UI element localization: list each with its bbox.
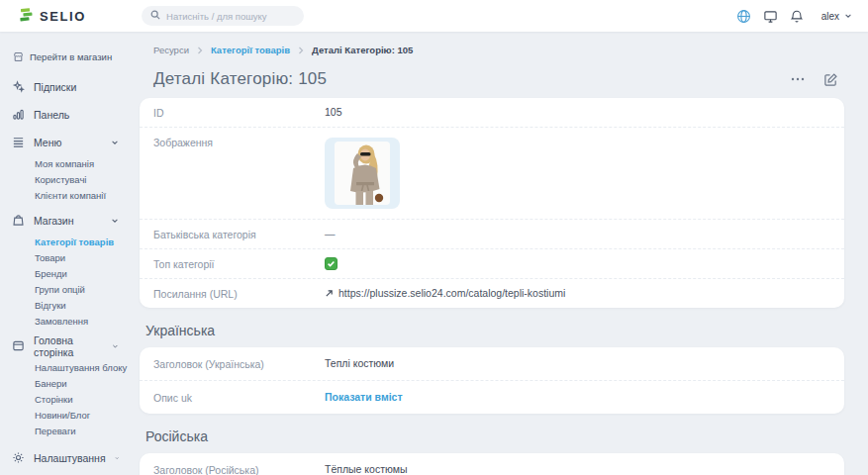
breadcrumb-current: Деталі Категорію: 105 <box>312 45 413 55</box>
page-title: Деталі Категорію: 105 <box>153 69 327 89</box>
sidebar-item-option-groups[interactable]: Групи опцій <box>0 281 129 297</box>
detail-row-top-category: Топ категорії <box>140 249 844 279</box>
chevron-right-icon <box>298 47 304 54</box>
sidebar-group-menu[interactable]: Меню <box>0 129 129 155</box>
sidebar: Перейти в магазин Підписки Панель <box>0 32 129 475</box>
sidebar-item-subscriptions[interactable]: Підписки <box>0 73 129 100</box>
sidebar-item-label: Магазин <box>34 215 74 227</box>
logo-text: SELIO <box>40 9 86 24</box>
language-globe-icon[interactable] <box>736 9 751 24</box>
global-search[interactable] <box>142 6 304 26</box>
menu-lines-icon <box>12 136 25 148</box>
sidebar-item-pages[interactable]: Сторінки <box>0 391 129 407</box>
detail-row-parent-category: Батьківська категорія — <box>140 220 844 249</box>
sidebar-group-shop[interactable]: Магазин <box>0 207 129 234</box>
display-monitor-icon[interactable] <box>763 9 778 24</box>
sidebar-item-settings[interactable]: Налаштування <box>0 471 129 475</box>
shopping-bag-icon <box>12 214 25 227</box>
settings-sublist: Налаштування <box>0 471 129 475</box>
chevron-right-icon <box>197 47 203 54</box>
browser-window-icon <box>12 339 25 352</box>
shop-sublist: Категорії товарів Товари Бренди Групи оп… <box>0 234 129 329</box>
category-details-card: ID 105 Зображення <box>140 98 844 308</box>
row-label: Опис uk <box>153 391 325 404</box>
bar-chart-icon <box>12 108 25 121</box>
sidebar-item-users[interactable]: Користувачі <box>0 171 129 187</box>
top-header: SELIO <box>0 0 868 32</box>
row-label: ID <box>153 106 325 119</box>
menu-sublist: Моя компанія Користувачі Клієнти компані… <box>0 155 129 203</box>
ukrainian-section-card: Заголовок (Українська) Теплі костюми Опи… <box>140 347 844 414</box>
detail-row-title-uk: Заголовок (Українська) Теплі костюми <box>140 347 844 381</box>
sidebar-item-my-company[interactable]: Моя компанія <box>0 155 129 171</box>
row-value-parent: — <box>325 228 336 239</box>
sidebar-item-block-settings[interactable]: Налаштування блоку <box>0 359 129 375</box>
chevron-down-icon <box>115 454 119 462</box>
row-label: Посилання (URL) <box>153 287 325 300</box>
storefront-icon <box>13 51 24 62</box>
detail-row-url: Посилання (URL) https://plussize.selio24… <box>140 279 844 308</box>
sidebar-item-label: Налаштування <box>34 452 106 464</box>
row-label: Топ категорії <box>153 257 325 270</box>
detail-row-description-uk: Опис uk Показати вміст <box>140 381 844 414</box>
breadcrumb-resources[interactable]: Ресурси <box>153 45 189 55</box>
user-name: alex <box>821 11 839 22</box>
sidebar-item-label: Меню <box>34 137 61 148</box>
sidebar-item-product-categories[interactable]: Категорії товарів <box>0 234 129 249</box>
edit-button[interactable] <box>823 72 838 87</box>
gear-icon <box>12 451 25 464</box>
url-text: https://plussize.selio24.com/catalog/tep… <box>338 287 565 299</box>
row-label: Заголовок (Російська) <box>153 463 325 475</box>
sidebar-item-go-to-shop[interactable]: Перейти в магазин <box>0 44 129 72</box>
row-value-title-ru: Тёплые костюмы <box>325 463 408 475</box>
category-photo <box>335 142 390 205</box>
detail-row-id: ID 105 <box>140 98 844 128</box>
show-content-link-uk[interactable]: Показати вміст <box>325 391 403 403</box>
sidebar-item-brands[interactable]: Бренди <box>0 265 129 281</box>
section-title-ukrainian: Українська <box>145 323 844 338</box>
chevron-down-icon <box>111 217 119 225</box>
detail-row-image: Зображення <box>140 128 844 220</box>
ellipsis-icon <box>790 72 806 86</box>
sidebar-item-banners[interactable]: Банери <box>0 375 129 391</box>
page-title-row: Деталі Категорію: 105 <box>140 69 844 89</box>
detail-row-title-ru: Заголовок (Російська) Тёплые костюмы <box>140 453 844 475</box>
sidebar-item-orders[interactable]: Замовлення <box>0 313 129 329</box>
search-icon <box>150 10 160 22</box>
sidebar-item-news-blog[interactable]: Новини/Блог <box>0 407 129 423</box>
row-label: Зображення <box>153 136 325 148</box>
sidebar-item-label: Підписки <box>34 81 76 93</box>
row-value-id: 105 <box>325 106 342 118</box>
section-title-russian: Російська <box>145 428 844 444</box>
sidebar-item-reviews[interactable]: Відгуки <box>0 297 129 313</box>
category-image-thumbnail[interactable] <box>325 138 400 209</box>
sidebar-item-products[interactable]: Товари <box>0 249 129 265</box>
russian-section-card: Заголовок (Російська) Тёплые костюмы Опи… <box>140 453 844 475</box>
notifications-bell-icon[interactable] <box>790 9 804 24</box>
sidebar-item-advantages[interactable]: Переваги <box>0 423 129 438</box>
edit-pencil-icon <box>823 72 838 87</box>
sidebar-group-settings[interactable]: Налаштування <box>0 444 129 471</box>
row-label: Заголовок (Українська) <box>153 357 325 370</box>
breadcrumb: Ресурси Категорії товарів Деталі Категор… <box>140 45 844 55</box>
external-link-icon <box>325 289 334 298</box>
top-category-checkbox[interactable] <box>325 257 338 270</box>
search-input[interactable] <box>166 11 295 22</box>
row-label: Батьківська категорія <box>153 228 325 240</box>
sidebar-item-company-clients[interactable]: Клієнти компанії <box>0 187 129 203</box>
header-actions: alex <box>736 9 852 24</box>
chevron-down-icon <box>844 12 852 20</box>
check-icon <box>327 259 336 268</box>
more-actions-button[interactable] <box>790 72 806 86</box>
sidebar-item-dashboard[interactable]: Панель <box>0 101 129 128</box>
content-area: Ресурси Категорії товарів Деталі Категор… <box>129 32 868 475</box>
sidebar-item-label: Головна сторінка <box>34 334 103 358</box>
breadcrumb-categories-link[interactable]: Категорії товарів <box>211 45 290 55</box>
user-menu[interactable]: alex <box>821 11 852 22</box>
sidebar-item-label: Панель <box>34 109 69 121</box>
chevron-down-icon <box>111 139 119 146</box>
sidebar-group-homepage[interactable]: Головна сторінка <box>0 332 129 359</box>
selio-logo[interactable]: SELIO <box>18 7 86 25</box>
selio-logo-icon <box>18 7 34 25</box>
category-url-link[interactable]: https://plussize.selio24.com/catalog/tep… <box>325 287 565 299</box>
